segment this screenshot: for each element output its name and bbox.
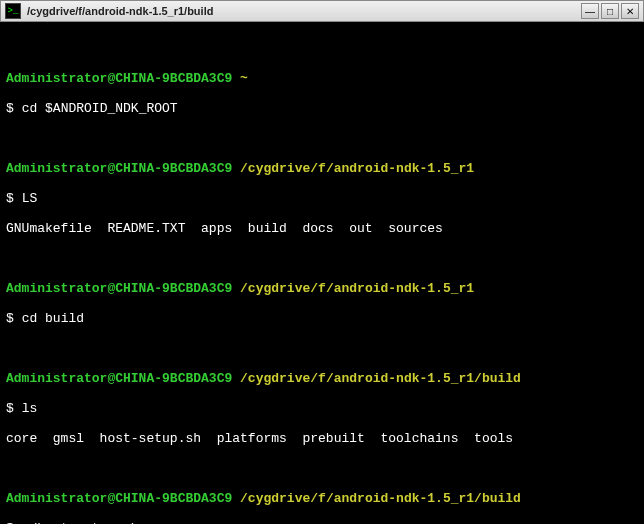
prompt-char: $ <box>6 401 14 416</box>
prompt-char: $ <box>6 101 14 116</box>
cwd-build: /cygdrive/f/android-ndk-1.5_r1/build <box>240 491 521 506</box>
window-controls: — □ ✕ <box>581 3 639 19</box>
command-ls: ls <box>22 401 38 416</box>
user-host: Administrator@CHINA-9BCBDA3C9 <box>6 491 232 506</box>
user-host: Administrator@CHINA-9BCBDA3C9 <box>6 161 232 176</box>
terminal-icon: >_ <box>5 3 21 19</box>
command-cd-build: cd build <box>22 311 84 326</box>
minimize-button[interactable]: — <box>581 3 599 19</box>
cwd-build: /cygdrive/f/android-ndk-1.5_r1/build <box>240 371 521 386</box>
terminal-body[interactable]: Administrator@CHINA-9BCBDA3C9 ~ $ cd $AN… <box>0 22 644 524</box>
close-button[interactable]: ✕ <box>621 3 639 19</box>
window-title: /cygdrive/f/android-ndk-1.5_r1/build <box>27 5 581 17</box>
user-host: Administrator@CHINA-9BCBDA3C9 <box>6 371 232 386</box>
user-host: Administrator@CHINA-9BCBDA3C9 <box>6 71 232 86</box>
command-cd-root: cd $ANDROID_NDK_ROOT <box>22 101 178 116</box>
titlebar: >_ /cygdrive/f/android-ndk-1.5_r1/build … <box>0 0 644 22</box>
maximize-button[interactable]: □ <box>601 3 619 19</box>
cwd-root: /cygdrive/f/android-ndk-1.5_r1 <box>240 161 474 176</box>
ls-output-build: core gmsl host-setup.sh platforms prebui… <box>6 431 638 446</box>
cwd-home: ~ <box>240 71 248 86</box>
cwd-root: /cygdrive/f/android-ndk-1.5_r1 <box>240 281 474 296</box>
prompt-char: $ <box>6 311 14 326</box>
ls-output-root: GNUmakefile README.TXT apps build docs o… <box>6 221 638 236</box>
prompt-char: $ <box>6 191 14 206</box>
command-ls-upper: LS <box>22 191 38 206</box>
user-host: Administrator@CHINA-9BCBDA3C9 <box>6 281 232 296</box>
